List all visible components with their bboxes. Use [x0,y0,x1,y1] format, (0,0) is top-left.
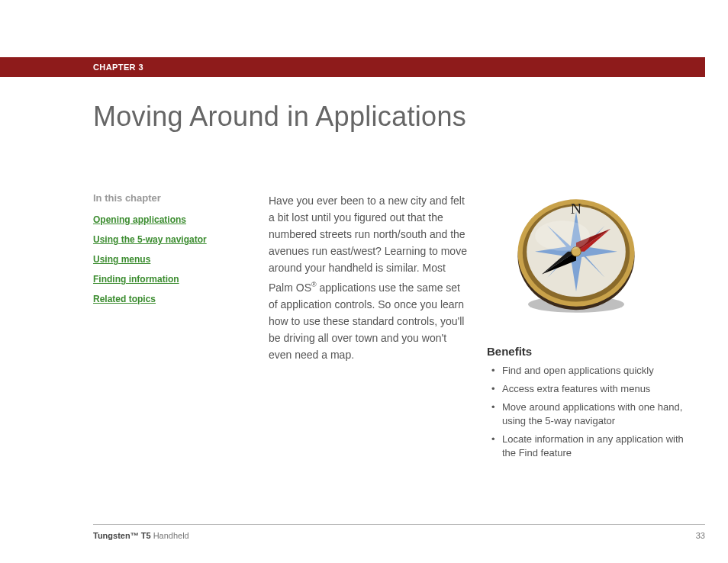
svg-point-16 [535,220,590,251]
intro-text-part1: Have you ever been to a new city and fel… [269,195,467,294]
toc-link-5way-navigator[interactable]: Using the 5-way navigator [93,234,246,245]
toc-link-opening-applications[interactable]: Opening applications [93,214,246,225]
benefits-list: Find and open applications quickly Acces… [487,364,693,460]
footer-page-number: 33 [696,531,705,540]
intro-paragraph: Have you ever been to a new city and fel… [269,192,467,363]
chapter-bar: CHAPTER 3 [0,57,705,77]
page-footer: Tungsten™ T5 Handheld 33 [93,531,705,540]
page-title: Moving Around in Applications [93,101,466,133]
benefit-item: Access extra features with menus [494,382,693,396]
in-this-chapter-section: In this chapter Opening applications Usi… [93,192,246,314]
benefits-section: Benefits Find and open applications quic… [487,345,693,465]
footer-product: Tungsten™ T5 Handheld [93,531,189,540]
benefit-item: Find and open applications quickly [494,364,693,378]
footer-product-name: Tungsten™ T5 [93,531,151,540]
compass-icon: N [504,188,649,325]
footer-divider [93,524,705,525]
benefit-item: Locate information in any application wi… [494,433,693,460]
benefits-heading: Benefits [487,345,693,358]
registered-mark: ® [311,281,317,288]
svg-text:N: N [571,200,581,217]
chapter-label: CHAPTER 3 [93,63,143,72]
benefit-item: Move around applications with one hand, … [494,401,693,428]
toc-link-finding-information[interactable]: Finding information [93,274,246,285]
footer-product-rest: Handheld [151,531,189,540]
toc-link-related-topics[interactable]: Related topics [93,294,246,304]
toc-link-using-menus[interactable]: Using menus [93,254,246,265]
in-this-chapter-heading: In this chapter [93,192,246,204]
